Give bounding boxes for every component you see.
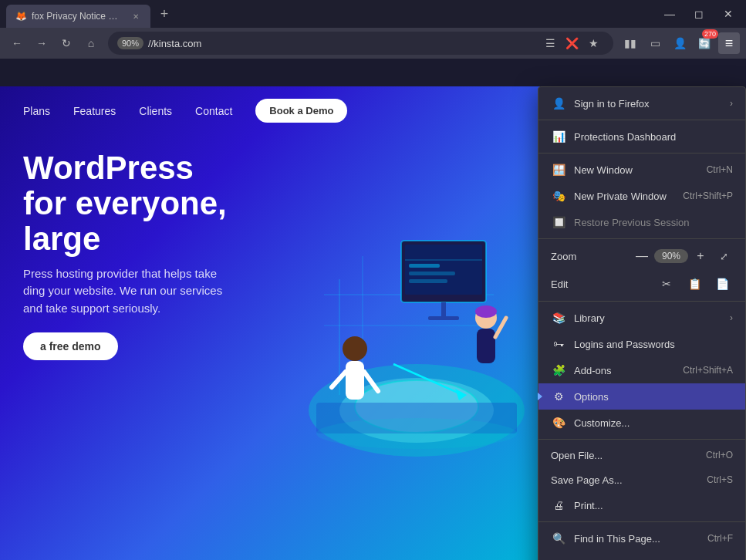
zoom-percent: 90% [654, 249, 688, 263]
svg-rect-14 [428, 316, 459, 320]
home-button[interactable]: ⌂ [80, 32, 102, 54]
svg-rect-12 [409, 279, 447, 283]
svg-rect-8 [405, 245, 482, 295]
sync-btn[interactable]: 🔄 270 [694, 32, 715, 54]
nav-features[interactable]: Features [73, 105, 116, 117]
website-background: Plans Features Clients Contact Book a De… [0, 86, 540, 560]
svg-rect-10 [409, 264, 440, 268]
menu-item-private-window[interactable]: 🎭 New Private Window Ctrl+Shift+P [538, 183, 745, 209]
edit-row: Edit ✂ 📋 📄 [538, 270, 745, 298]
menu-item-print[interactable]: 🖨 Print... [538, 492, 745, 518]
find-label: Find in This Page... [574, 533, 707, 545]
bookmark-btn[interactable]: ★ [582, 32, 604, 54]
zoom-expand-button[interactable]: ⤢ [714, 247, 733, 265]
signin-arrow: › [730, 98, 733, 109]
menu-item-open-file[interactable]: Open File... Ctrl+O [538, 443, 745, 467]
active-tab[interactable]: 🦊 fox Privacy Notice — Mozi ✕ [6, 5, 150, 28]
customize-icon: 🎨 [551, 415, 566, 430]
library-icon: 📚 [551, 310, 566, 326]
customize-label: Customize... [574, 417, 733, 429]
menu-section-search: 🔍 Find in This Page... Ctrl+F More › Web… [538, 522, 745, 560]
browser-chrome: 🦊 fox Privacy Notice — Mozi ✕ + — ◻ ✕ ← … [0, 0, 746, 59]
print-icon: 🖨 [551, 498, 566, 513]
edit-label: Edit [551, 278, 656, 290]
hero-illustration [262, 125, 540, 511]
account-btn[interactable]: 👤 [669, 32, 690, 54]
menu-item-library[interactable]: 📚 Library › [538, 305, 745, 331]
restore-session-label: Restore Previous Session [574, 217, 733, 228]
zoom-minus-button[interactable]: — [633, 247, 651, 265]
menu-item-options[interactable]: ⚙ Options [538, 383, 745, 410]
hero-subtitle: Press hosting provider that helps take d… [23, 265, 270, 318]
library-arrow: › [730, 312, 733, 323]
menu-item-signin[interactable]: 👤 Sign in to Firefox › [538, 90, 745, 116]
minimize-button[interactable]: — [658, 2, 681, 25]
save-page-label: Save Page As... [551, 474, 707, 486]
menu-item-protections[interactable]: 📊 Protections Dashboard [538, 123, 745, 150]
address-bar[interactable] [148, 38, 539, 49]
menu-section-windows: 🪟 New Window Ctrl+N 🎭 New Private Window… [538, 153, 745, 239]
zoom-indicator: 90% [117, 37, 143, 49]
svg-point-26 [316, 418, 517, 449]
restore-session-icon: 🔲 [551, 214, 566, 230]
address-bar-wrapper[interactable]: 90% ☰ ❌ ★ [108, 32, 613, 55]
menu-item-addons[interactable]: 🧩 Add-ons Ctrl+Shift+A [538, 357, 745, 383]
menu-item-save-page[interactable]: Save Page As... Ctrl+S [538, 467, 745, 492]
firefox-menu-button[interactable]: ≡ [718, 32, 740, 54]
library-label: Library [574, 312, 724, 324]
refresh-button[interactable]: ↻ [56, 32, 77, 54]
copy-button[interactable]: 📋 [684, 273, 705, 295]
back-button[interactable]: ← [6, 32, 28, 54]
svg-rect-22 [477, 329, 495, 363]
paste-button[interactable]: 📄 [711, 273, 733, 295]
open-file-shortcut: Ctrl+O [706, 450, 733, 460]
svg-line-23 [495, 318, 506, 337]
forward-button[interactable]: → [31, 32, 52, 54]
menu-item-new-window[interactable]: 🪟 New Window Ctrl+N [538, 157, 745, 183]
new-window-label: New Window [574, 164, 707, 176]
options-icon: ⚙ [551, 389, 566, 404]
toolbar: ← → ↻ ⌂ 90% ☰ ❌ ★ ▮▮ ▭ 👤 🔄 270 ≡ [0, 28, 746, 59]
tab-close-btn[interactable]: ✕ [130, 11, 141, 22]
sidebar-btn[interactable]: ▮▮ [619, 32, 641, 54]
menu-section-file: Open File... Ctrl+O Save Page As... Ctrl… [538, 440, 745, 522]
new-tab-button[interactable]: + [154, 3, 175, 25]
open-file-label: Open File... [551, 450, 706, 461]
window-controls: — ◻ ✕ [658, 2, 740, 25]
addons-label: Add-ons [574, 365, 683, 376]
menu-item-customize[interactable]: 🎨 Customize... [538, 410, 745, 436]
menu-item-restore-session[interactable]: 🔲 Restore Previous Session [538, 209, 745, 235]
addons-icon: 🧩 [551, 363, 566, 378]
edit-icons: ✂ 📋 📄 [656, 273, 733, 295]
close-button[interactable]: ✕ [717, 2, 740, 25]
nav-clients[interactable]: Clients [139, 105, 172, 117]
nav-contact[interactable]: Contact [195, 105, 232, 117]
new-window-icon: 🪟 [551, 162, 566, 177]
book-demo-button[interactable]: Book a Demo [255, 99, 347, 123]
free-demo-button[interactable]: a free demo [23, 332, 118, 360]
logins-label: Logins and Passwords [574, 339, 733, 350]
nav-plans[interactable]: Plans [23, 105, 50, 117]
tab-favicon: 🦊 [15, 11, 27, 22]
options-label: Options [574, 391, 733, 403]
print-label: Print... [574, 500, 733, 511]
private-window-label: New Private Window [574, 191, 683, 202]
svg-point-17 [343, 336, 367, 361]
zoom-plus-button[interactable]: + [691, 247, 710, 265]
menu-item-find[interactable]: 🔍 Find in This Page... Ctrl+F [538, 525, 745, 552]
zoom-label: Zoom [551, 251, 633, 262]
tab-title: fox Privacy Notice — Mozi [32, 11, 124, 22]
menu-item-more[interactable]: More › [538, 552, 745, 560]
restore-button[interactable]: ◻ [687, 2, 711, 25]
tab-overview-btn[interactable]: ▭ [644, 32, 666, 54]
logins-icon: 🗝 [551, 336, 566, 352]
protections-label: Protections Dashboard [574, 131, 733, 143]
reader-mode-btn[interactable]: ☰ [539, 32, 561, 54]
menu-item-logins[interactable]: 🗝 Logins and Passwords [538, 331, 745, 357]
cut-button[interactable]: ✂ [656, 273, 677, 295]
zoom-row: Zoom — 90% + ⤢ [538, 242, 745, 270]
pocket-btn[interactable]: ❌ [561, 32, 582, 54]
menu-section-protections: 📊 Protections Dashboard [538, 120, 745, 153]
menu-section-tools: 📚 Library › 🗝 Logins and Passwords 🧩 Add… [538, 302, 745, 440]
title-bar: 🦊 fox Privacy Notice — Mozi ✕ + — ◻ ✕ [0, 0, 746, 28]
